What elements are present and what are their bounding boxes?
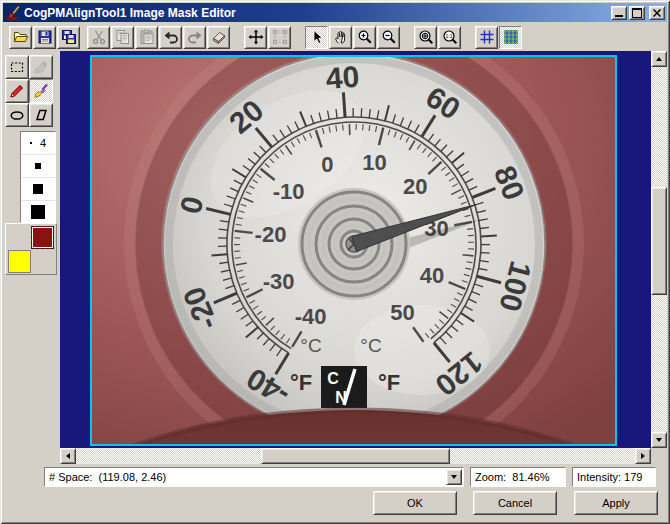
grid-dense-button[interactable]	[499, 26, 522, 49]
scissors-icon	[91, 29, 107, 45]
brush-size-value: 4	[40, 137, 46, 149]
svg-text:40: 40	[325, 60, 361, 95]
open-button[interactable]	[9, 26, 32, 49]
grid-dense-icon	[503, 29, 519, 45]
paste-button[interactable]	[135, 26, 158, 49]
brush-size-2[interactable]	[21, 155, 55, 178]
window-title: CogPMAlignTool1 Image Mask Editor	[24, 6, 611, 20]
horizontal-scroll-thumb[interactable]	[261, 448, 450, 464]
grid-icon	[479, 29, 495, 45]
scroll-left-icon	[66, 453, 70, 459]
cut-button[interactable]	[87, 26, 110, 49]
pencil-icon	[9, 83, 25, 99]
move-button[interactable]	[244, 26, 267, 49]
close-icon	[653, 9, 661, 17]
svg-text:20: 20	[403, 174, 427, 199]
zoom-fit-icon	[418, 29, 434, 45]
ok-button[interactable]: OK	[373, 491, 457, 515]
save-all-icon	[61, 29, 77, 45]
close-button[interactable]	[649, 6, 665, 20]
undo-button[interactable]	[159, 26, 182, 49]
toolbar: 1:1	[3, 23, 667, 51]
scroll-left-button[interactable]	[60, 448, 76, 464]
zoom-fit-button[interactable]	[414, 26, 437, 49]
zoom-in-button[interactable]	[353, 26, 376, 49]
app-brush-icon	[5, 5, 21, 21]
vertical-scrollbar	[651, 51, 667, 448]
scroll-up-button[interactable]	[651, 51, 667, 67]
client-area: -40-20020406080100120-40-30-20-100102030…	[60, 51, 651, 448]
title-bar[interactable]: CogPMAlignTool1 Image Mask Editor	[3, 3, 667, 22]
zoom-value: Zoom: 81.46%	[475, 471, 550, 483]
apply-button[interactable]: Apply	[574, 491, 658, 515]
ellipse-icon	[9, 107, 25, 123]
svg-text:10: 10	[362, 150, 386, 175]
mask-tool-grid	[5, 55, 55, 127]
svg-text:°F: °F	[378, 370, 400, 395]
brush-size-2-dot	[35, 163, 41, 169]
brush-size-4-dot	[31, 205, 45, 219]
zoom-one-to-one-icon: 1:1	[442, 29, 458, 45]
ellipse-tool[interactable]	[5, 103, 29, 127]
maximize-button[interactable]	[629, 6, 645, 20]
polygon-tool[interactable]	[29, 103, 53, 127]
brush-size-1-dot	[30, 142, 32, 144]
marquee-tool[interactable]	[5, 55, 29, 79]
svg-text:40: 40	[420, 263, 444, 288]
secondary-color-swatch[interactable]	[8, 250, 31, 273]
pan-tool-button[interactable]	[329, 26, 352, 49]
transform-box-icon	[272, 29, 288, 45]
vertical-scroll-thumb[interactable]	[651, 187, 667, 295]
svg-text:-20: -20	[255, 222, 287, 247]
move-cross-icon	[248, 29, 264, 45]
scroll-down-icon	[656, 438, 662, 442]
brush-size-panel: 4	[20, 131, 56, 223]
svg-text:°C: °C	[300, 335, 321, 356]
brush-size-3[interactable]	[21, 178, 55, 201]
brush-size-3-dot	[33, 184, 43, 194]
space-combobox[interactable]: # Space: (119.08, 2.46)	[44, 467, 464, 487]
space-value: # Space: (119.08, 2.46)	[49, 471, 166, 483]
grid-button[interactable]	[475, 26, 498, 49]
fill-tool[interactable]	[29, 55, 53, 79]
cancel-button[interactable]: Cancel	[473, 491, 557, 515]
space-dropdown-button[interactable]	[446, 469, 462, 485]
copy-button[interactable]	[111, 26, 134, 49]
undo-arrow-icon	[163, 29, 179, 45]
image-canvas[interactable]: -40-20020406080100120-40-30-20-100102030…	[92, 57, 615, 444]
scroll-down-button[interactable]	[651, 432, 667, 448]
open-folder-icon	[13, 29, 29, 45]
dropdown-arrow-icon	[451, 475, 457, 479]
save-button[interactable]	[33, 26, 56, 49]
pencil-tool[interactable]	[5, 79, 29, 103]
eraser-button[interactable]	[207, 26, 230, 49]
copy-icon	[115, 29, 131, 45]
brush-size-4[interactable]	[21, 201, 55, 223]
brush-size-1[interactable]: 4	[21, 132, 55, 155]
image-mask-editor-window: CogPMAlignTool1 Image Mask Editor 1:1	[0, 0, 670, 524]
pointer-tool-button[interactable]	[305, 26, 328, 49]
svg-text:50: 50	[390, 300, 414, 325]
cursor-arrow-icon	[309, 29, 325, 45]
mask-color-swatch[interactable]	[31, 226, 54, 249]
hand-icon	[333, 29, 349, 45]
zoom-out-button[interactable]	[377, 26, 400, 49]
svg-text:-30: -30	[263, 269, 295, 294]
zoom-actual-button[interactable]: 1:1	[438, 26, 461, 49]
scroll-right-icon	[641, 453, 645, 459]
eraser-icon	[211, 29, 227, 45]
svg-text:°F: °F	[290, 370, 312, 395]
minimize-icon	[615, 15, 623, 17]
redo-button[interactable]	[183, 26, 206, 49]
svg-text:0: 0	[321, 152, 333, 177]
minimize-button[interactable]	[611, 6, 627, 20]
intensity-value: Intensity: 179	[577, 471, 642, 483]
save-all-button[interactable]	[57, 26, 80, 49]
image-frame: -40-20020406080100120-40-30-20-100102030…	[90, 55, 617, 446]
horizontal-scrollbar	[60, 448, 651, 464]
scroll-right-button[interactable]	[635, 448, 651, 464]
transform-button[interactable]	[268, 26, 291, 49]
redo-arrow-icon	[187, 29, 203, 45]
fill-stamp-icon	[33, 59, 49, 75]
brush-tool[interactable]	[29, 79, 53, 103]
